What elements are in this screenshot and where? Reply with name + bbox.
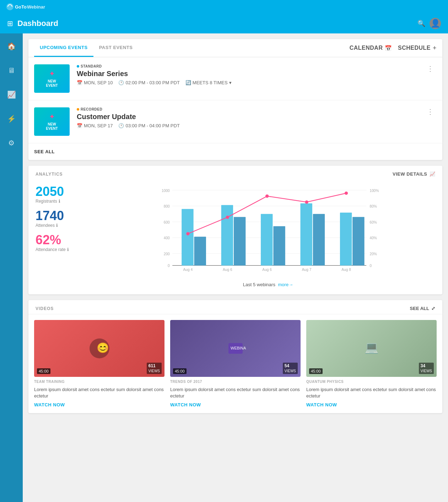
- svg-rect-27: [301, 203, 312, 266]
- video-thumb-img-1: 😊: [34, 320, 164, 377]
- sidebar-item-apps[interactable]: ⚡: [4, 112, 18, 126]
- event-thumbnail-1[interactable]: ✦ NEWEVENT: [34, 64, 70, 93]
- event-title-1[interactable]: Webinar Series: [77, 70, 417, 78]
- video-thumb-1[interactable]: 😊 45:00 611 VIEWS: [34, 320, 164, 377]
- svg-text:800: 800: [164, 204, 170, 208]
- videos-card: VIDEOS SEE ALL ⤢ 😊 45:00 611: [28, 300, 442, 413]
- avatar[interactable]: 👤: [430, 18, 441, 29]
- plus-icon: +: [433, 44, 437, 52]
- svg-point-31: [186, 232, 189, 235]
- video-item-3: 💻 45:00 34 VIEWS QUANTUM PHYSICS Lorem i…: [306, 320, 437, 407]
- svg-text:40%: 40%: [370, 236, 377, 240]
- video-category-1: TEAM TRAINING: [34, 380, 164, 384]
- clock-icon-1: 🕐: [118, 80, 124, 85]
- svg-point-35: [345, 192, 348, 195]
- video-item-1: 😊 45:00 611 VIEWS TEAM TRAINING Lorem ip…: [34, 320, 164, 407]
- schedule-label: SCHEDULE: [398, 45, 431, 51]
- dashboard-title: Dashboard: [17, 19, 58, 28]
- analytics-label: ANALYTICS: [36, 172, 63, 177]
- attendees-value: 1740: [36, 209, 92, 222]
- event-info-1: STANDARD Webinar Series 📅 MON, SEP 10 🕐 …: [77, 64, 417, 85]
- header-actions: 🔍 👤: [417, 18, 441, 29]
- event-badge-1: STANDARD: [77, 64, 417, 68]
- schedule-button[interactable]: SCHEDULE +: [398, 44, 437, 52]
- attendees-label: Attendees ℹ: [36, 223, 92, 228]
- events-tabs: UPCOMING EVENTS PAST EVENTS CALENDAR 📅 S…: [28, 39, 442, 57]
- more-options-2[interactable]: ⋮: [424, 107, 437, 116]
- watch-now-1[interactable]: WATCH NOW: [34, 402, 164, 407]
- videos-grid: 😊 45:00 611 VIEWS TEAM TRAINING Lorem ip…: [28, 314, 442, 413]
- svg-rect-26: [273, 226, 285, 265]
- info-icon-attendees: ℹ: [56, 223, 58, 228]
- video-duration-3: 45:00: [309, 368, 323, 374]
- watch-now-2[interactable]: WATCH NOW: [170, 402, 301, 407]
- svg-rect-22: [194, 237, 206, 266]
- event-info-2: RECORDED Customer Update 📅 MON, SEP 17 🕐…: [77, 107, 417, 128]
- analytics-stats: 2050 Registrants ℹ 1740 Attendees ℹ: [36, 185, 92, 287]
- more-options-1[interactable]: ⋮: [424, 64, 437, 73]
- event-date-2: 📅 MON, SEP 17: [77, 123, 113, 128]
- svg-text:Aug 4: Aug 4: [183, 268, 193, 272]
- videos-see-all-button[interactable]: SEE ALL ⤢: [410, 306, 435, 311]
- video-views-1: 611 VIEWS: [147, 363, 162, 374]
- svg-rect-28: [313, 214, 325, 266]
- svg-text:Aug 6: Aug 6: [223, 268, 232, 272]
- rate-label: Attendance rate ℹ: [36, 247, 92, 252]
- video-thumb-img-3: 💻: [306, 320, 437, 377]
- svg-text:80%: 80%: [370, 204, 377, 208]
- see-all-button[interactable]: SEE ALL: [28, 143, 442, 160]
- info-icon-rate: ℹ: [67, 247, 69, 252]
- analytics-chart: 1000 800 600 400 200 0 100% 80% 60% 40% …: [101, 185, 435, 278]
- analytics-header: ANALYTICS VIEW DETAILS 📈: [28, 166, 442, 180]
- meets-times-1[interactable]: 🔄 MEETS 8 TIMES ▾: [185, 80, 232, 85]
- view-details-button[interactable]: VIEW DETAILS 📈: [393, 171, 435, 177]
- event-title-2[interactable]: Customer Update: [77, 113, 417, 121]
- registrants-label: Registrants ℹ: [36, 199, 92, 204]
- attendees-stat: 1740 Attendees ℹ: [36, 209, 92, 228]
- svg-text:100%: 100%: [370, 189, 379, 193]
- event-thumbnail-2[interactable]: ✦ NEWEVENT: [34, 107, 70, 136]
- dashboard-icon: ⊞: [7, 19, 13, 28]
- sidebar-item-home[interactable]: 🏠: [4, 39, 18, 53]
- videos-header: VIDEOS SEE ALL ⤢: [28, 300, 442, 314]
- video-thumb-3[interactable]: 💻 45:00 34 VIEWS: [306, 320, 437, 377]
- event-thumbnail-label-1: NEWEVENT: [46, 79, 58, 88]
- video-thumb-2[interactable]: WEBINAR 45:00 54 VIEWS: [170, 320, 301, 377]
- svg-point-32: [226, 215, 229, 219]
- search-icon[interactable]: 🔍: [417, 20, 425, 27]
- main-layout: 🏠 🖥 📈 ⚡ ⚙ UPCOMING EVENTS PAST EVENTS CA…: [0, 33, 448, 502]
- refresh-icon-1: 🔄: [185, 80, 191, 85]
- svg-text:WEBINAR: WEBINAR: [231, 346, 246, 350]
- content-area: UPCOMING EVENTS PAST EVENTS CALENDAR 📅 S…: [23, 33, 448, 502]
- badge-dot-2: [77, 108, 79, 111]
- video-desc-2: Lorem ipsum dolorsit amet cons ectetur s…: [170, 386, 301, 399]
- info-icon-registrants: ℹ: [59, 199, 60, 204]
- video-category-2: TRENDS OF 2017: [170, 380, 301, 384]
- tab-upcoming[interactable]: UPCOMING EVENTS: [34, 39, 93, 57]
- calendar-button[interactable]: CALENDAR 📅: [350, 45, 392, 52]
- video-views-3: 34 VIEWS: [419, 363, 434, 374]
- svg-text:0: 0: [370, 264, 372, 268]
- rate-value: 62%: [36, 234, 92, 246]
- svg-text:60%: 60%: [370, 220, 377, 224]
- watch-now-3[interactable]: WATCH NOW: [306, 402, 437, 407]
- chart-more-link[interactable]: more→: [278, 282, 293, 287]
- svg-rect-30: [352, 217, 364, 265]
- analytics-body: 2050 Registrants ℹ 1740 Attendees ℹ: [28, 180, 442, 294]
- event-badge-2: RECORDED: [77, 107, 417, 111]
- sidebar-item-analytics[interactable]: 📈: [4, 87, 18, 102]
- svg-rect-23: [221, 205, 233, 266]
- svg-rect-21: [182, 209, 193, 266]
- video-duration-2: 45:00: [173, 368, 187, 374]
- sidebar-item-monitor[interactable]: 🖥: [4, 63, 18, 78]
- tab-past[interactable]: PAST EVENTS: [93, 39, 139, 57]
- svg-rect-24: [234, 217, 245, 265]
- calendar-icon-small-1: 📅: [77, 80, 82, 85]
- events-card: UPCOMING EVENTS PAST EVENTS CALENDAR 📅 S…: [28, 39, 442, 160]
- event-time-1: 🕐 02:00 PM - 03:00 PM PDT: [118, 80, 179, 85]
- svg-text:400: 400: [164, 236, 170, 240]
- tabs-left: UPCOMING EVENTS PAST EVENTS: [34, 39, 138, 57]
- analytics-card: ANALYTICS VIEW DETAILS 📈 2050 Registrant…: [28, 166, 442, 294]
- sidebar-item-settings[interactable]: ⚙: [4, 136, 18, 150]
- svg-point-33: [265, 194, 269, 198]
